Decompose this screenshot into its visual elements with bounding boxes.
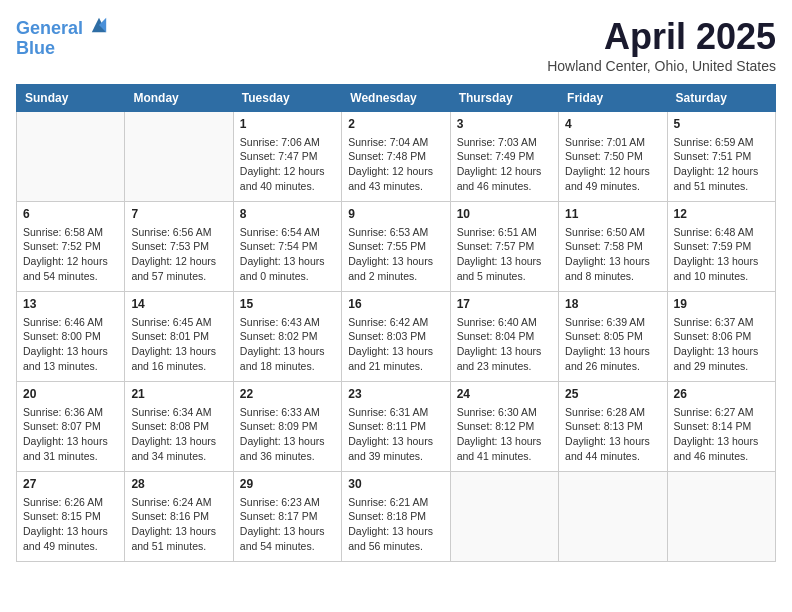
day-detail: Sunrise: 7:06 AM Sunset: 7:47 PM Dayligh… (240, 135, 335, 194)
calendar-cell: 5Sunrise: 6:59 AM Sunset: 7:51 PM Daylig… (667, 112, 775, 202)
day-number: 20 (23, 386, 118, 403)
day-number: 10 (457, 206, 552, 223)
logo: General Blue (16, 16, 108, 59)
day-number: 7 (131, 206, 226, 223)
day-detail: Sunrise: 6:39 AM Sunset: 8:05 PM Dayligh… (565, 315, 660, 374)
calendar-cell: 27Sunrise: 6:26 AM Sunset: 8:15 PM Dayli… (17, 472, 125, 562)
day-detail: Sunrise: 6:54 AM Sunset: 7:54 PM Dayligh… (240, 225, 335, 284)
calendar-cell: 23Sunrise: 6:31 AM Sunset: 8:11 PM Dayli… (342, 382, 450, 472)
day-detail: Sunrise: 6:34 AM Sunset: 8:08 PM Dayligh… (131, 405, 226, 464)
week-row-5: 27Sunrise: 6:26 AM Sunset: 8:15 PM Dayli… (17, 472, 776, 562)
day-number: 4 (565, 116, 660, 133)
calendar-cell (125, 112, 233, 202)
day-detail: Sunrise: 6:26 AM Sunset: 8:15 PM Dayligh… (23, 495, 118, 554)
logo-text: General (16, 16, 108, 39)
day-number: 11 (565, 206, 660, 223)
calendar-cell: 12Sunrise: 6:48 AM Sunset: 7:59 PM Dayli… (667, 202, 775, 292)
day-detail: Sunrise: 6:45 AM Sunset: 8:01 PM Dayligh… (131, 315, 226, 374)
day-detail: Sunrise: 6:28 AM Sunset: 8:13 PM Dayligh… (565, 405, 660, 464)
day-number: 19 (674, 296, 769, 313)
day-detail: Sunrise: 7:04 AM Sunset: 7:48 PM Dayligh… (348, 135, 443, 194)
day-detail: Sunrise: 6:31 AM Sunset: 8:11 PM Dayligh… (348, 405, 443, 464)
day-detail: Sunrise: 7:01 AM Sunset: 7:50 PM Dayligh… (565, 135, 660, 194)
location: Howland Center, Ohio, United States (547, 58, 776, 74)
calendar-cell: 11Sunrise: 6:50 AM Sunset: 7:58 PM Dayli… (559, 202, 667, 292)
day-header-monday: Monday (125, 85, 233, 112)
week-row-3: 13Sunrise: 6:46 AM Sunset: 8:00 PM Dayli… (17, 292, 776, 382)
day-detail: Sunrise: 6:51 AM Sunset: 7:57 PM Dayligh… (457, 225, 552, 284)
calendar-cell: 24Sunrise: 6:30 AM Sunset: 8:12 PM Dayli… (450, 382, 558, 472)
day-header-wednesday: Wednesday (342, 85, 450, 112)
day-number: 30 (348, 476, 443, 493)
month-title: April 2025 (547, 16, 776, 58)
week-row-4: 20Sunrise: 6:36 AM Sunset: 8:07 PM Dayli… (17, 382, 776, 472)
day-detail: Sunrise: 6:56 AM Sunset: 7:53 PM Dayligh… (131, 225, 226, 284)
calendar-cell: 10Sunrise: 6:51 AM Sunset: 7:57 PM Dayli… (450, 202, 558, 292)
day-header-thursday: Thursday (450, 85, 558, 112)
day-number: 13 (23, 296, 118, 313)
calendar-cell: 8Sunrise: 6:54 AM Sunset: 7:54 PM Daylig… (233, 202, 341, 292)
day-detail: Sunrise: 6:33 AM Sunset: 8:09 PM Dayligh… (240, 405, 335, 464)
day-detail: Sunrise: 6:36 AM Sunset: 8:07 PM Dayligh… (23, 405, 118, 464)
day-number: 23 (348, 386, 443, 403)
day-number: 26 (674, 386, 769, 403)
day-header-tuesday: Tuesday (233, 85, 341, 112)
page-header: General Blue April 2025 Howland Center, … (16, 16, 776, 74)
calendar-cell: 16Sunrise: 6:42 AM Sunset: 8:03 PM Dayli… (342, 292, 450, 382)
logo-text-blue: Blue (16, 39, 108, 59)
day-number: 14 (131, 296, 226, 313)
day-number: 5 (674, 116, 769, 133)
day-number: 3 (457, 116, 552, 133)
calendar-cell: 13Sunrise: 6:46 AM Sunset: 8:00 PM Dayli… (17, 292, 125, 382)
day-number: 24 (457, 386, 552, 403)
calendar-cell: 22Sunrise: 6:33 AM Sunset: 8:09 PM Dayli… (233, 382, 341, 472)
day-number: 18 (565, 296, 660, 313)
calendar-cell: 4Sunrise: 7:01 AM Sunset: 7:50 PM Daylig… (559, 112, 667, 202)
day-number: 16 (348, 296, 443, 313)
calendar-cell: 6Sunrise: 6:58 AM Sunset: 7:52 PM Daylig… (17, 202, 125, 292)
week-row-2: 6Sunrise: 6:58 AM Sunset: 7:52 PM Daylig… (17, 202, 776, 292)
logo-icon (90, 16, 108, 34)
day-detail: Sunrise: 6:21 AM Sunset: 8:18 PM Dayligh… (348, 495, 443, 554)
day-detail: Sunrise: 6:59 AM Sunset: 7:51 PM Dayligh… (674, 135, 769, 194)
day-header-sunday: Sunday (17, 85, 125, 112)
day-detail: Sunrise: 6:58 AM Sunset: 7:52 PM Dayligh… (23, 225, 118, 284)
day-number: 1 (240, 116, 335, 133)
day-detail: Sunrise: 6:40 AM Sunset: 8:04 PM Dayligh… (457, 315, 552, 374)
day-header-saturday: Saturday (667, 85, 775, 112)
day-number: 28 (131, 476, 226, 493)
day-number: 21 (131, 386, 226, 403)
calendar-header-row: SundayMondayTuesdayWednesdayThursdayFrid… (17, 85, 776, 112)
calendar-cell: 14Sunrise: 6:45 AM Sunset: 8:01 PM Dayli… (125, 292, 233, 382)
calendar-cell: 1Sunrise: 7:06 AM Sunset: 7:47 PM Daylig… (233, 112, 341, 202)
calendar-cell: 3Sunrise: 7:03 AM Sunset: 7:49 PM Daylig… (450, 112, 558, 202)
day-number: 12 (674, 206, 769, 223)
calendar-table: SundayMondayTuesdayWednesdayThursdayFrid… (16, 84, 776, 562)
title-block: April 2025 Howland Center, Ohio, United … (547, 16, 776, 74)
day-number: 27 (23, 476, 118, 493)
day-number: 2 (348, 116, 443, 133)
day-number: 25 (565, 386, 660, 403)
calendar-cell: 20Sunrise: 6:36 AM Sunset: 8:07 PM Dayli… (17, 382, 125, 472)
day-detail: Sunrise: 6:30 AM Sunset: 8:12 PM Dayligh… (457, 405, 552, 464)
calendar-cell: 2Sunrise: 7:04 AM Sunset: 7:48 PM Daylig… (342, 112, 450, 202)
day-number: 9 (348, 206, 443, 223)
day-detail: Sunrise: 6:37 AM Sunset: 8:06 PM Dayligh… (674, 315, 769, 374)
day-header-friday: Friday (559, 85, 667, 112)
day-detail: Sunrise: 6:43 AM Sunset: 8:02 PM Dayligh… (240, 315, 335, 374)
day-detail: Sunrise: 6:27 AM Sunset: 8:14 PM Dayligh… (674, 405, 769, 464)
calendar-cell: 29Sunrise: 6:23 AM Sunset: 8:17 PM Dayli… (233, 472, 341, 562)
calendar-cell: 30Sunrise: 6:21 AM Sunset: 8:18 PM Dayli… (342, 472, 450, 562)
calendar-cell: 28Sunrise: 6:24 AM Sunset: 8:16 PM Dayli… (125, 472, 233, 562)
day-detail: Sunrise: 6:24 AM Sunset: 8:16 PM Dayligh… (131, 495, 226, 554)
week-row-1: 1Sunrise: 7:06 AM Sunset: 7:47 PM Daylig… (17, 112, 776, 202)
day-detail: Sunrise: 6:48 AM Sunset: 7:59 PM Dayligh… (674, 225, 769, 284)
day-detail: Sunrise: 6:23 AM Sunset: 8:17 PM Dayligh… (240, 495, 335, 554)
calendar-cell: 26Sunrise: 6:27 AM Sunset: 8:14 PM Dayli… (667, 382, 775, 472)
calendar-cell: 25Sunrise: 6:28 AM Sunset: 8:13 PM Dayli… (559, 382, 667, 472)
day-number: 15 (240, 296, 335, 313)
day-number: 6 (23, 206, 118, 223)
day-detail: Sunrise: 6:53 AM Sunset: 7:55 PM Dayligh… (348, 225, 443, 284)
calendar-cell: 18Sunrise: 6:39 AM Sunset: 8:05 PM Dayli… (559, 292, 667, 382)
calendar-cell: 7Sunrise: 6:56 AM Sunset: 7:53 PM Daylig… (125, 202, 233, 292)
